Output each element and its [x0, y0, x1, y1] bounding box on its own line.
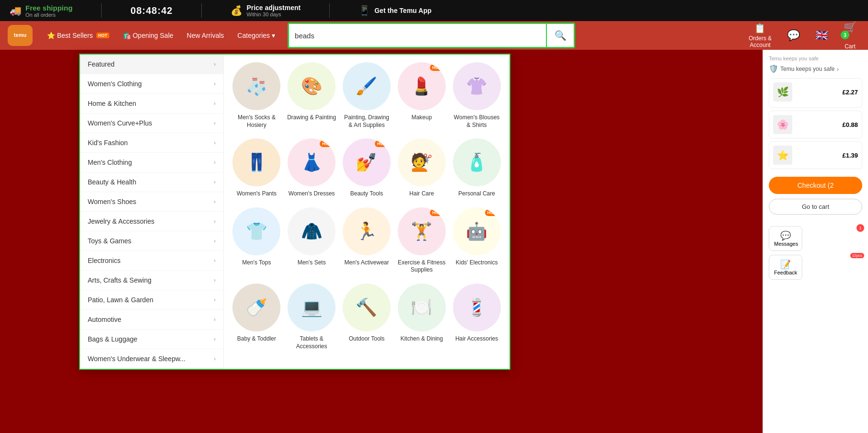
- floating-area: 💬 Messages 1 📝 Feedback 12pcs: [769, 226, 862, 280]
- category-label-7: Beauty Tools: [350, 190, 383, 198]
- category-item-5[interactable]: 👖Women's Pants: [231, 138, 282, 198]
- temu-safe-label: Temu keeps you safe: [769, 56, 862, 61]
- chat-item[interactable]: 💬: [783, 29, 804, 42]
- category-circle-17: 🔨: [343, 284, 391, 331]
- category-item-7[interactable]: HOT💅Beauty Tools: [342, 138, 392, 198]
- category-item-11[interactable]: 🧥Men's Sets: [287, 207, 337, 274]
- sidebar-item-womens-curve[interactable]: Women's Curve+Plus ›: [80, 114, 223, 133]
- search-input[interactable]: [289, 28, 546, 44]
- chevron-icon: ›: [214, 179, 216, 185]
- chevron-down-icon: ▾: [272, 32, 275, 39]
- sidebar-item-womens-shoes[interactable]: Women's Shoes ›: [80, 192, 223, 212]
- price-adj-sub: Within 30 days: [246, 11, 301, 17]
- chevron-icon: ›: [214, 257, 216, 264]
- checkout-button[interactable]: Checkout (2: [769, 177, 862, 194]
- sidebar-item-arts-crafts[interactable]: Arts, Crafts & Sewing ›: [80, 271, 223, 290]
- categories-link[interactable]: Categories ▾: [231, 21, 282, 50]
- sidebar-item-home-kitchen[interactable]: Home & Kitchen ›: [80, 94, 223, 114]
- temu-logo[interactable]: temu: [8, 25, 33, 46]
- category-label-10: Men's Tops: [242, 259, 271, 267]
- safe-shield-icon: 🛡️: [769, 64, 778, 73]
- top-bar: 🚚 Free shipping On all orders 08:48:42 💰…: [0, 0, 868, 21]
- sidebar-item-bags[interactable]: Bags & Luggage ›: [80, 330, 223, 349]
- chevron-icon: ›: [214, 296, 216, 303]
- nav-links: ⭐ Best Sellers HOT 🛍️ Opening Sale New A…: [40, 21, 282, 50]
- opening-sale-icon: 🛍️: [123, 32, 131, 39]
- sidebar-item-womens-underwear[interactable]: Women's Underwear & Sleepw... ›: [80, 349, 223, 369]
- cart-price1: £2.27: [842, 89, 858, 96]
- sidebar-item-electronics[interactable]: Electronics ›: [80, 251, 223, 271]
- category-item-1[interactable]: 🎨Drawing & Painting: [287, 62, 337, 129]
- orders-account-item[interactable]: 📋 Orders & Account: [745, 23, 775, 48]
- category-item-13[interactable]: HOT🏋️Exercise & Fitness Supplies: [396, 207, 447, 274]
- category-item-10[interactable]: 👕Men's Tops: [231, 207, 282, 274]
- feedback-button[interactable]: 📝 Feedback 12pcs: [769, 255, 802, 280]
- womens-shoes-label: Women's Shoes: [88, 198, 136, 205]
- go-to-cart-button[interactable]: Go to cart: [769, 199, 862, 215]
- category-label-18: Kitchen & Dining: [400, 335, 443, 343]
- category-circle-14: HOT🤖: [453, 207, 501, 255]
- new-arrivals-link[interactable]: New Arrivals: [180, 21, 231, 50]
- category-item-17[interactable]: 🔨Outdoor Tools: [342, 284, 392, 350]
- category-item-15[interactable]: 🍼Baby & Toddler: [231, 284, 282, 350]
- messages-badge: 1: [856, 224, 864, 232]
- category-item-14[interactable]: HOT🤖Kids' Electronics: [451, 207, 502, 274]
- cart-item[interactable]: 🛒 3 Cart: [840, 21, 860, 50]
- category-item-16[interactable]: 💻Tablets & Accessories: [287, 284, 337, 350]
- category-item-18[interactable]: 🍽️Kitchen & Dining: [396, 284, 447, 350]
- category-emoji-5: 👖: [246, 152, 267, 172]
- sidebar-item-jewelry[interactable]: Jewelry & Accessories ›: [80, 212, 223, 231]
- hot-tag-7: HOT: [375, 140, 389, 147]
- category-item-12[interactable]: 🏃Men's Activewear: [342, 207, 392, 274]
- automotive-label: Automotive: [88, 316, 121, 323]
- category-label-13: Exercise & Fitness Supplies: [396, 259, 447, 274]
- electronics-label: Electronics: [88, 257, 120, 264]
- phone-icon: 📱: [359, 5, 370, 16]
- category-item-9[interactable]: 🧴Personal Care: [451, 138, 502, 198]
- category-emoji-8: 💇: [411, 152, 432, 172]
- language-item[interactable]: 🇬🇧: [811, 29, 832, 42]
- category-circle-16: 💻: [288, 284, 336, 331]
- best-sellers-link[interactable]: ⭐ Best Sellers HOT: [40, 21, 116, 50]
- sidebar-item-mens-clothing[interactable]: Men's Clothing ›: [80, 153, 223, 172]
- patio-label: Patio, Lawn & Garden: [88, 296, 153, 304]
- nav-bar: temu ⭐ Best Sellers HOT 🛍️ Opening Sale …: [0, 21, 868, 50]
- sidebar-item-womens-clothing[interactable]: Women's Clothing ›: [80, 74, 223, 94]
- messages-button[interactable]: 💬 Messages 1: [769, 226, 802, 251]
- mens-clothing-label: Men's Clothing: [88, 159, 132, 166]
- price-adj-promo: 💰 Price adjustment Within 30 days: [231, 4, 301, 17]
- category-item-2[interactable]: 🖌️Painting, Drawing & Art Supplies: [342, 62, 392, 129]
- category-item-3[interactable]: HOT💄Makeup: [396, 62, 447, 129]
- category-label-0: Men's Socks & Hosiery: [231, 114, 282, 129]
- sidebar-item-featured[interactable]: Featured ›: [80, 55, 223, 74]
- chevron-icon: ›: [214, 61, 216, 68]
- sidebar-item-kids-fashion[interactable]: Kid's Fashion ›: [80, 133, 223, 153]
- category-emoji-14: 🤖: [466, 221, 487, 241]
- sidebar-item-toys-games[interactable]: Toys & Games ›: [80, 231, 223, 251]
- price-adj-label: Price adjustment: [246, 4, 301, 11]
- arts-crafts-label: Arts, Crafts & Sewing: [88, 276, 151, 284]
- chevron-icon: ›: [214, 80, 216, 87]
- hot-tag-14: HOT: [485, 209, 499, 216]
- sidebar-item-automotive[interactable]: Automotive ›: [80, 310, 223, 330]
- category-label-12: Men's Activewear: [344, 259, 389, 267]
- hot-tag-6: HOT: [320, 140, 334, 147]
- category-circle-4: 👚: [453, 62, 501, 110]
- category-item-4[interactable]: 👚Women's Blouses & Shirts: [451, 62, 502, 129]
- category-item-19[interactable]: 💈Hair Accessories: [451, 284, 502, 350]
- search-button[interactable]: 🔍: [546, 24, 574, 47]
- sidebar-item-beauty-health[interactable]: Beauty & Health ›: [80, 172, 223, 192]
- category-label-5: Women's Pants: [237, 190, 277, 198]
- category-item-6[interactable]: HOT👗Women's Dresses: [287, 138, 337, 198]
- opening-sale-link[interactable]: 🛍️ Opening Sale: [116, 21, 180, 50]
- category-emoji-12: 🏃: [356, 221, 377, 241]
- category-item-0[interactable]: 🧦Men's Socks & Hosiery: [231, 62, 282, 129]
- feedback-icon: 📝: [774, 259, 797, 270]
- sidebar-item-patio[interactable]: Patio, Lawn & Garden ›: [80, 290, 223, 310]
- chevron-icon: ›: [214, 316, 216, 323]
- chevron-icon: ›: [214, 336, 216, 342]
- app-label: Get the Temu App: [374, 7, 431, 14]
- category-item-8[interactable]: 💇Hair Care: [396, 138, 447, 198]
- category-sidebar: Featured › Women's Clothing › Home & Kit…: [80, 55, 224, 369]
- categories-grid: 🧦Men's Socks & Hosiery🎨Drawing & Paintin…: [231, 62, 502, 350]
